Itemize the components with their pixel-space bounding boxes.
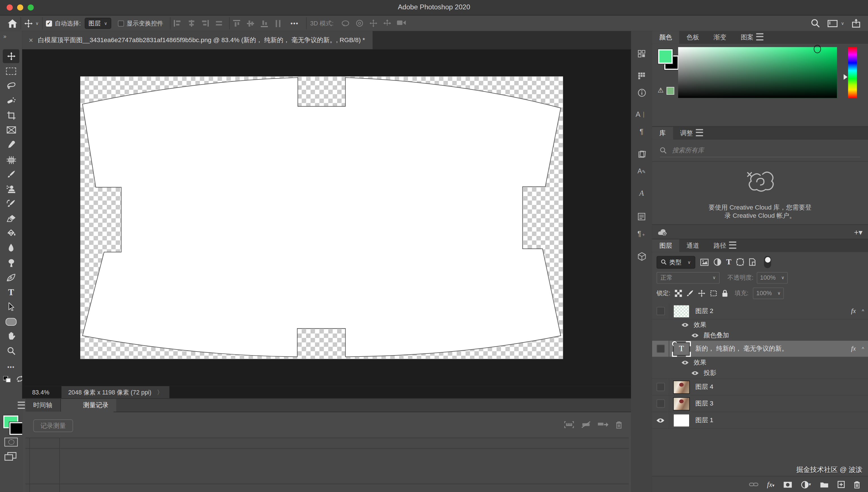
eye-icon[interactable] [691, 371, 699, 376]
tool-brush[interactable] [3, 167, 20, 181]
fill-input[interactable]: 100% ∨ [753, 287, 784, 299]
align-bottom-icon[interactable] [261, 20, 268, 27]
distribute-v-icon[interactable] [274, 20, 282, 27]
tool-eyedropper[interactable] [3, 138, 20, 152]
layer-name[interactable]: 图层 4 [695, 383, 713, 391]
hue-slider[interactable] [848, 47, 857, 98]
lock-transparent-icon[interactable] [675, 290, 682, 297]
3d-panel-button[interactable] [631, 249, 652, 264]
filter-shape-layers-icon[interactable] [736, 258, 744, 266]
eye-icon[interactable] [681, 322, 689, 327]
tool-hand[interactable] [3, 329, 20, 343]
share-icon[interactable] [852, 19, 860, 28]
tool-blur[interactable] [3, 241, 20, 255]
library-search-input[interactable] [671, 146, 860, 154]
zoom-level[interactable]: 83.4% [32, 389, 49, 396]
align-middle-icon[interactable] [247, 20, 254, 27]
layer-row[interactable]: 图层 3 [652, 396, 868, 412]
3d-orbit-icon[interactable] [341, 20, 349, 27]
tool-clone-stamp[interactable] [3, 182, 20, 196]
export-measurements-icon[interactable] [598, 421, 608, 428]
3d-slide-icon[interactable] [383, 20, 391, 27]
filter-type-layers-icon[interactable]: T [726, 257, 731, 266]
document-checkerboard[interactable] [80, 76, 563, 359]
layer-thumbnail-transparent[interactable] [673, 304, 690, 318]
collapse-tools-icon[interactable]: » [3, 33, 6, 40]
layer-thumbnail-photo[interactable] [673, 397, 690, 410]
effect-row[interactable]: 投影 [652, 368, 868, 379]
visibility-toggle[interactable] [652, 341, 669, 357]
tool-lasso[interactable] [3, 79, 20, 93]
panel-menu-icon[interactable] [756, 33, 763, 41]
tab-gradients[interactable]: 渐变 [706, 31, 734, 44]
layer-thumbnail-photo[interactable] [673, 380, 690, 394]
tool-move[interactable] [3, 49, 20, 63]
layer-row-selected[interactable]: T 新的， 纯新的， 毫无争议的新。 fx ^ [652, 341, 868, 358]
effects-group-row[interactable]: 效果 [652, 358, 868, 368]
screen-mode-button[interactable] [4, 452, 17, 461]
document-tab[interactable]: × 白模屋顶平面图__3431ea6e2747a8b2831af14865f9b… [22, 31, 373, 49]
tab-color[interactable]: 颜色 [652, 31, 679, 44]
distribute-h-icon[interactable] [215, 20, 222, 27]
align-right-icon[interactable] [202, 20, 209, 27]
swatch-grid-panel-button[interactable] [631, 69, 652, 83]
filter-adjustment-layers-icon[interactable] [713, 258, 721, 266]
tool-magic-wand[interactable] [3, 94, 20, 107]
workspace-switcher[interactable]: ∨ [827, 20, 844, 27]
visibility-toggle[interactable] [652, 412, 669, 428]
color-picker-ring[interactable] [814, 45, 821, 53]
auto-select-checkbox[interactable]: ✓ 自动选择: [46, 19, 81, 27]
record-measurements-button[interactable]: 记录测量 [33, 419, 73, 432]
info-panel-button[interactable] [631, 85, 652, 100]
fx-badge[interactable]: fx [851, 345, 856, 353]
layer-filter-type-dropdown[interactable]: 类型 ∨ [657, 255, 695, 268]
trash-icon[interactable] [616, 421, 623, 429]
effect-row[interactable]: 颜色叠加 [652, 330, 868, 341]
cloud-offline-icon[interactable] [658, 228, 667, 235]
lock-all-icon[interactable] [722, 290, 728, 297]
add-layer-style-button[interactable]: fx▾ [767, 480, 774, 489]
layer-row[interactable]: 图层 4 [652, 379, 868, 396]
tool-crop[interactable] [3, 108, 20, 122]
tool-zoom[interactable] [3, 344, 20, 358]
collapse-effects-icon[interactable]: ^ [862, 308, 864, 314]
3d-pan-icon[interactable] [369, 20, 377, 27]
eye-icon[interactable] [681, 360, 689, 365]
visibility-toggle[interactable] [652, 303, 669, 319]
tab-swatches[interactable]: 色板 [679, 31, 706, 44]
edit-toolbar-button[interactable]: ••• [3, 360, 20, 374]
filter-toggle-switch[interactable] [764, 256, 771, 268]
tool-healing[interactable] [3, 153, 20, 167]
panel-menu-icon[interactable] [729, 242, 736, 249]
record-measurements-icon[interactable] [564, 421, 574, 428]
tab-channels[interactable]: 通道 [679, 239, 706, 252]
eye-icon[interactable] [691, 333, 699, 338]
visibility-toggle[interactable] [652, 396, 669, 412]
filter-pixel-layers-icon[interactable] [700, 259, 708, 266]
add-adjustment-layer-button[interactable]: ▾ [801, 481, 811, 488]
close-tab-icon[interactable]: × [29, 36, 33, 44]
opacity-input[interactable]: 100% ∨ [757, 272, 788, 283]
tool-history-brush[interactable] [3, 197, 20, 211]
blend-mode-dropdown[interactable]: 正常 ∨ [657, 272, 720, 283]
default-colors-icon[interactable] [3, 376, 10, 382]
lock-artboard-icon[interactable] [710, 290, 717, 297]
align-top-icon[interactable] [233, 20, 240, 27]
document-size-box[interactable]: 2048 像素 x 1198 像素 (72 ppi) 〉 [61, 386, 169, 398]
paragraph-panel-button[interactable]: ¶ [631, 124, 652, 139]
collections-panel-button[interactable] [631, 47, 652, 61]
auto-select-dropdown[interactable]: 图层∨ [85, 18, 111, 29]
history-panel-button[interactable] [631, 147, 652, 162]
foreground-color-swatch[interactable] [658, 49, 673, 64]
gamut-warning-icon[interactable]: ⚠ [658, 87, 664, 94]
new-group-icon[interactable] [820, 481, 829, 488]
tool-dodge[interactable] [3, 256, 20, 270]
measurement-log-table[interactable] [25, 438, 629, 492]
new-library-button[interactable]: +▾ [854, 227, 863, 236]
align-center-h-icon[interactable] [188, 20, 195, 27]
layer-name[interactable]: 图层 1 [695, 416, 713, 424]
deselect-measurement-icon[interactable] [581, 421, 590, 428]
layer-name[interactable]: 图层 2 [695, 307, 713, 315]
lock-pixels-brush-icon[interactable] [687, 290, 694, 297]
layer-row[interactable]: 图层 2 fx ^ [652, 303, 868, 320]
